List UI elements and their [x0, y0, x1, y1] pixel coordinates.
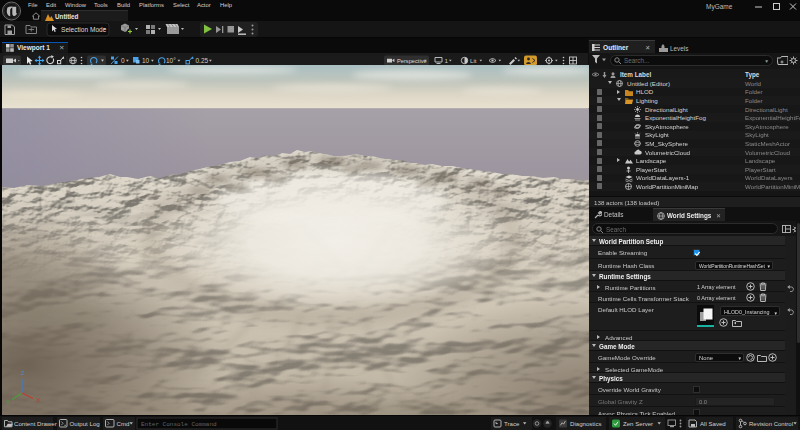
svg-text:Output Log: Output Log	[70, 420, 100, 427]
svg-text:Trace: Trace	[504, 420, 520, 427]
svg-text:1: 1	[445, 57, 449, 64]
svg-text:Revision Control: Revision Control	[749, 421, 793, 427]
svg-text:Perspective: Perspective	[397, 58, 427, 64]
svg-text:Diagnostics: Diagnostics	[570, 420, 602, 427]
svg-text:Enter Console Command: Enter Console Command	[141, 421, 217, 428]
svg-text:Zen Server: Zen Server	[623, 420, 653, 427]
svg-text:Y: Y	[6, 399, 10, 405]
svg-text:0.25: 0.25	[196, 57, 209, 64]
svg-text:10: 10	[142, 57, 150, 64]
svg-text:Selection Mode: Selection Mode	[61, 26, 107, 33]
svg-text:Cmd: Cmd	[117, 420, 130, 427]
svg-text:All Saved: All Saved	[700, 420, 726, 427]
svg-text:Z: Z	[21, 370, 25, 376]
svg-text:10°: 10°	[166, 57, 176, 64]
svg-text:0: 0	[121, 57, 125, 64]
svg-text:X: X	[36, 397, 40, 403]
svg-text:Lit: Lit	[470, 57, 477, 64]
svg-text:Content Drawer: Content Drawer	[14, 420, 57, 427]
